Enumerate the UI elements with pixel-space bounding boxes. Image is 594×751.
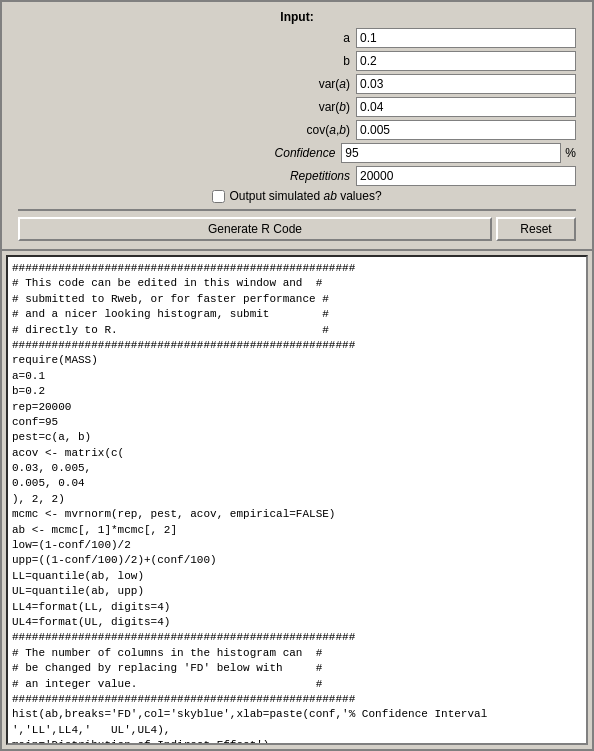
input-title: Input: — [18, 10, 576, 24]
reset-button[interactable]: Reset — [496, 217, 576, 241]
code-panel[interactable] — [6, 255, 588, 745]
cov-ab-input[interactable] — [356, 120, 576, 140]
b-label: b — [270, 54, 350, 68]
button-row: Generate R Code Reset — [18, 209, 576, 241]
output-checkbox[interactable] — [212, 190, 225, 203]
repetitions-row: Repetitions — [18, 166, 576, 186]
var-a-row: var(a) — [18, 74, 576, 94]
confidence-label: Confidence — [255, 146, 335, 160]
repetitions-label: Repetitions — [270, 169, 350, 183]
cov-ab-row: cov(a,b) — [18, 120, 576, 140]
input-panel: Input: a b var(a) var(b) cov(a,b) — [2, 2, 592, 251]
var-b-input[interactable] — [356, 97, 576, 117]
confidence-unit: % — [565, 146, 576, 160]
confidence-input[interactable] — [341, 143, 561, 163]
var-b-label: var(b) — [270, 100, 350, 114]
var-a-label: var(a) — [270, 77, 350, 91]
main-container: Input: a b var(a) var(b) cov(a,b) — [0, 0, 594, 751]
b-row: b — [18, 51, 576, 71]
b-input[interactable] — [356, 51, 576, 71]
var-a-input[interactable] — [356, 74, 576, 94]
var-b-row: var(b) — [18, 97, 576, 117]
cov-ab-label: cov(a,b) — [270, 123, 350, 137]
a-row: a — [18, 28, 576, 48]
generate-button[interactable]: Generate R Code — [18, 217, 492, 241]
a-label: a — [270, 31, 350, 45]
code-textarea[interactable] — [8, 257, 586, 743]
checkbox-label: Output simulated ab values? — [229, 189, 381, 203]
input-label: Input: — [280, 10, 313, 24]
checkbox-row: Output simulated ab values? — [18, 189, 576, 203]
confidence-row: Confidence % — [18, 143, 576, 163]
repetitions-input[interactable] — [356, 166, 576, 186]
a-input[interactable] — [356, 28, 576, 48]
